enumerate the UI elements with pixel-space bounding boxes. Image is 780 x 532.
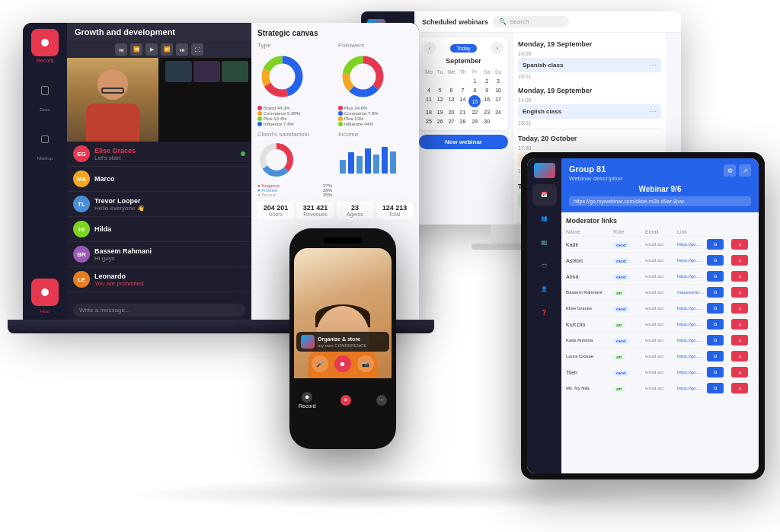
copy-link-btn[interactable]: ⧉	[707, 319, 724, 330]
cal-day[interactable]: 8	[468, 86, 481, 94]
glasses	[101, 88, 124, 94]
end-call-button[interactable]: ⏺	[334, 355, 351, 372]
delete-btn[interactable]: ✕	[731, 287, 748, 298]
cal-day[interactable]: 20	[446, 108, 457, 116]
delete-btn[interactable]: ✕	[731, 383, 748, 393]
record-button[interactable]	[31, 29, 59, 56]
ctrl-screen[interactable]: ⛶	[191, 43, 203, 56]
host-button[interactable]	[31, 279, 59, 306]
cal-day[interactable]: 3	[493, 77, 503, 85]
avatar-trevor: TL	[73, 196, 90, 212]
delete-btn[interactable]: ✕	[731, 271, 748, 282]
cal-day[interactable]: 11	[424, 95, 434, 107]
delete-btn[interactable]: ✕	[731, 239, 748, 250]
tablet-settings-icon[interactable]: ⚙	[724, 164, 736, 177]
cal-day[interactable]: 25	[424, 117, 434, 126]
phone: Organize & store my own CONFERENCE 🎤 ⏺ 📷…	[289, 228, 396, 449]
cal-day[interactable]: 12	[435, 95, 446, 107]
cal-day[interactable]: 9	[481, 86, 492, 94]
input-placeholder: Write a message...	[79, 307, 130, 314]
schedule-event-1[interactable]: Spanish class ⋯	[518, 58, 661, 72]
cal-day[interactable]: 22	[468, 108, 481, 116]
ctrl-next[interactable]: ⏩	[161, 43, 173, 56]
cal-day[interactable]: 4	[424, 86, 434, 94]
delete-btn[interactable]: ✕	[731, 367, 748, 377]
tablet-webinar-link[interactable]: https://go.mywebinar.com/dkbe-m0b-d9ar-8…	[569, 196, 751, 206]
bottom-chart-row: Client's satisfaction ● Negative 37% ● P…	[257, 131, 413, 197]
copy-link-btn[interactable]: ⧉	[707, 383, 724, 393]
delete-btn[interactable]: ✕	[731, 319, 748, 330]
cal-day[interactable]: 23	[481, 108, 492, 116]
cal-day[interactable]: 27	[446, 117, 457, 126]
phone-record-btn[interactable]: ⏺ Record	[299, 392, 316, 409]
camera-button[interactable]: 📷	[357, 355, 374, 372]
schedule-event-2[interactable]: English class ⋯	[518, 104, 661, 119]
cal-day[interactable]: 30	[481, 117, 492, 126]
cal-prev-btn[interactable]: ‹	[424, 42, 436, 54]
copy-link-btn[interactable]: ⧉	[707, 255, 724, 266]
tablet-share-icon[interactable]: ↗	[739, 164, 751, 177]
laptop-header: Growth and development	[67, 23, 251, 41]
phone-end-btn[interactable]: ✕	[340, 395, 351, 406]
chart-title: Strategic canvas	[257, 29, 413, 37]
copy-link-btn[interactable]: ⧉	[707, 239, 724, 250]
cal-day[interactable]: 7	[457, 86, 468, 94]
cal-day[interactable]: 5	[435, 86, 446, 94]
cal-day[interactable]: 10	[493, 86, 503, 94]
tab-nav-moderators[interactable]: 🛡	[532, 255, 557, 276]
markup-button[interactable]	[31, 126, 59, 153]
cal-day[interactable]: 18	[424, 108, 434, 116]
copy-link-btn[interactable]: ⧉	[707, 367, 724, 377]
ctrl-prev[interactable]: ⏮	[115, 43, 127, 56]
cal-day[interactable]: 21	[457, 108, 468, 116]
ctrl-next2[interactable]: ⏭	[176, 43, 188, 56]
ctrl-prev2[interactable]: ⏪	[130, 43, 142, 56]
search-bar[interactable]: 🔍 Search	[493, 16, 569, 27]
delete-btn[interactable]: ✕	[731, 255, 748, 266]
followers-col: Followers Plus 34.6% Commerce 7.8% Plus …	[338, 42, 413, 126]
copy-link-btn[interactable]: ⧉	[707, 303, 724, 314]
cal-next-btn[interactable]: ›	[491, 42, 503, 54]
cal-day[interactable]: 17	[493, 95, 503, 107]
cal-day[interactable]: 6	[446, 86, 457, 94]
phone-more-btn[interactable]: ⋯	[376, 395, 387, 406]
delete-btn[interactable]: ✕	[731, 335, 748, 346]
type-col: Type Brand 44.3% Commerce 5.38%	[257, 42, 332, 126]
delete-btn[interactable]: ✕	[731, 351, 748, 362]
cal-day[interactable]: 26	[435, 117, 446, 126]
copy-link-btn[interactable]: ⧉	[707, 335, 724, 346]
cal-day[interactable]: 2	[481, 77, 492, 85]
avatar-marco: MA	[73, 170, 90, 187]
phone-screen: Organize & store my own CONFERENCE 🎤 ⏺ 📷…	[294, 248, 392, 422]
cal-day[interactable]: 24	[493, 108, 503, 116]
today-button[interactable]: Today	[450, 44, 477, 53]
delete-btn[interactable]: ✕	[731, 303, 748, 314]
thumb-2	[193, 61, 220, 82]
new-webinar-button[interactable]: New webinar	[419, 135, 508, 149]
mic-button[interactable]: 🎤	[312, 355, 328, 372]
tablet-header-actions: ⚙ ↗	[724, 164, 751, 177]
cal-day[interactable]: 19	[435, 108, 446, 116]
tab-nav-users[interactable]: 👥	[532, 208, 557, 229]
stat-total: 124 213 Total	[376, 202, 413, 219]
thumb-1	[165, 61, 192, 82]
copy-link-btn[interactable]: ⧉	[707, 287, 724, 298]
copy-link-btn[interactable]: ⧉	[707, 271, 724, 282]
cal-day[interactable]: 16	[481, 95, 492, 107]
tab-nav-broadcast[interactable]: 📺	[532, 231, 557, 253]
cal-day[interactable]: 14	[457, 95, 468, 107]
cal-today[interactable]: 15	[468, 95, 481, 107]
cal-day[interactable]: 1	[468, 77, 481, 85]
cal-day[interactable]: 29	[468, 117, 481, 126]
tab-nav-help[interactable]: ❓	[532, 302, 557, 323]
copy-link-btn[interactable]: ⧉	[707, 351, 724, 362]
participant-item: BR Bassem Rahmani Hi guys	[67, 242, 251, 267]
ctrl-play[interactable]: ▶	[145, 43, 158, 56]
message-input[interactable]: Write a message...	[73, 304, 245, 317]
sched-time: 14:00	[518, 97, 661, 103]
tab-nav-profile[interactable]: 👤	[532, 279, 557, 300]
cal-day[interactable]: 13	[446, 95, 457, 107]
tab-nav-calendar[interactable]: 📅	[532, 184, 557, 205]
documents-button[interactable]	[31, 77, 59, 104]
cal-day[interactable]: 28	[457, 117, 468, 126]
